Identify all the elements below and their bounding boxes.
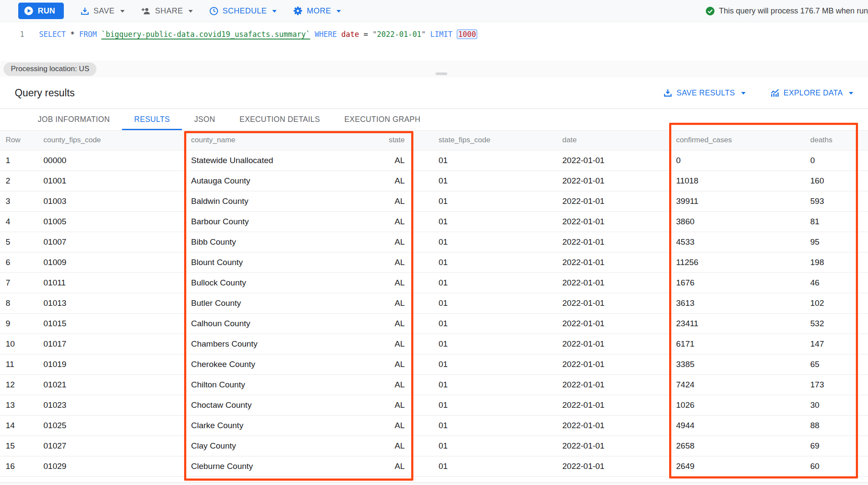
cell-deaths: 95	[805, 232, 868, 252]
cell-county_fips_code: 01009	[38, 252, 184, 272]
cell-confirmed_cases: 2658	[670, 436, 805, 456]
cell-county_name: Clay County	[184, 436, 360, 456]
cell-state: AL	[360, 252, 413, 272]
cell-state_fips_code: 01	[413, 252, 556, 272]
cell-deaths: 88	[805, 415, 868, 436]
chevron-down-icon	[120, 10, 125, 13]
save-button[interactable]: SAVE	[80, 3, 125, 19]
table-row: 301003Baldwin CountyAL012022-01-01399115…	[0, 191, 868, 211]
cell-state: AL	[360, 354, 413, 374]
table-row: 501007Bibb CountyAL012022-01-01453395	[0, 232, 868, 252]
query-toolbar: RUN SAVE SHARE	[0, 0, 868, 22]
schedule-button[interactable]: SCHEDULE	[209, 3, 277, 19]
tab-execution-details[interactable]: EXECUTION DETAILS	[228, 109, 332, 130]
tab-job-information[interactable]: JOB INFORMATION	[26, 109, 122, 130]
cell-state_fips_code: 01	[413, 211, 556, 232]
results-table-wrap: Rowcounty_fips_codecounty_namestatestate…	[0, 131, 868, 483]
chevron-down-icon	[272, 10, 277, 13]
cell-state: AL	[360, 374, 413, 395]
table-row: 1301023Choctaw CountyAL012022-01-0110263…	[0, 395, 868, 415]
table-row: 601009Blount CountyAL012022-01-011125619…	[0, 252, 868, 272]
share-label: SHARE	[155, 7, 183, 16]
cell-date: 2022-01-01	[556, 170, 670, 191]
tab-execution-graph[interactable]: EXECUTION GRAPH	[332, 109, 432, 130]
cell-state: AL	[360, 150, 413, 170]
cell-date: 2022-01-01	[556, 191, 670, 211]
cell-county_name: Bibb County	[184, 232, 360, 252]
cell-deaths: 46	[805, 272, 868, 293]
cell-state_fips_code: 01	[413, 150, 556, 170]
cell-deaths: 81	[805, 211, 868, 232]
column-header-county_fips_code: county_fips_code	[38, 131, 184, 150]
check-circle-icon	[706, 7, 715, 16]
cell-county_fips_code: 01029	[38, 456, 184, 476]
column-header-state: state	[360, 131, 413, 150]
cell-row: 15	[0, 436, 38, 456]
cell-deaths: 532	[805, 313, 868, 334]
share-button[interactable]: SHARE	[141, 3, 193, 19]
cell-row: 14	[0, 415, 38, 436]
chevron-down-icon	[849, 92, 853, 95]
sql-token-op	[310, 30, 314, 39]
cell-date: 2022-01-01	[556, 272, 670, 293]
sql-token-numsel: 1000	[457, 29, 477, 39]
cell-date: 2022-01-01	[556, 374, 670, 395]
chevron-down-icon	[337, 10, 341, 13]
sql-token-quote: "	[373, 30, 377, 39]
cell-deaths: 60	[805, 456, 868, 476]
sql-token-op: *	[66, 30, 79, 39]
cell-state_fips_code: 01	[413, 293, 556, 313]
cell-county_fips_code: 01003	[38, 191, 184, 211]
cell-deaths: 160	[805, 170, 868, 191]
cell-row: 2	[0, 170, 38, 191]
sql-token-op	[97, 30, 101, 39]
cell-county_name: Cherokee County	[184, 354, 360, 374]
cell-row: 5	[0, 232, 38, 252]
cell-state: AL	[360, 191, 413, 211]
cell-date: 2022-01-01	[556, 232, 670, 252]
cell-date: 2022-01-01	[556, 395, 670, 415]
cell-confirmed_cases: 3613	[670, 293, 805, 313]
save-results-button[interactable]: SAVE RESULTS	[663, 88, 745, 98]
cell-date: 2022-01-01	[556, 436, 670, 456]
cell-date: 2022-01-01	[556, 293, 670, 313]
sql-token-kw: WHERE	[315, 30, 337, 39]
cell-confirmed_cases: 1026	[670, 395, 805, 415]
sql-query-line[interactable]: SELECT * FROM `bigquery-public-data.covi…	[39, 22, 477, 61]
cell-confirmed_cases: 2649	[670, 456, 805, 476]
cell-state: AL	[360, 211, 413, 232]
column-header-county_name: county_name	[184, 131, 360, 150]
more-button[interactable]: MORE	[293, 3, 341, 19]
explore-data-button[interactable]: EXPLORE DATA	[770, 88, 853, 98]
tab-json[interactable]: JSON	[182, 109, 227, 130]
cell-date: 2022-01-01	[556, 334, 670, 354]
status-message: This query will process 176.7 MB when ru…	[719, 7, 868, 16]
cell-county_fips_code: 01023	[38, 395, 184, 415]
cell-county_fips_code: 01015	[38, 313, 184, 334]
cell-county_fips_code: 01019	[38, 354, 184, 374]
pane-resize-handle[interactable]	[436, 72, 447, 75]
cell-date: 2022-01-01	[556, 252, 670, 272]
cell-date: 2022-01-01	[556, 354, 670, 374]
cell-confirmed_cases: 3860	[670, 211, 805, 232]
sql-token-kw: LIMIT	[430, 30, 452, 39]
cell-deaths: 102	[805, 293, 868, 313]
cell-state_fips_code: 01	[413, 456, 556, 476]
column-header-deaths: deaths	[805, 131, 868, 150]
cell-state: AL	[360, 232, 413, 252]
tab-results[interactable]: RESULTS	[122, 109, 182, 130]
table-row: 1501027Clay CountyAL012022-01-01265869	[0, 436, 868, 456]
cell-state: AL	[360, 293, 413, 313]
run-button[interactable]: RUN	[18, 3, 64, 19]
cell-county_name: Autauga County	[184, 170, 360, 191]
chevron-down-icon	[741, 92, 746, 95]
cell-deaths: 198	[805, 252, 868, 272]
table-row: 401005Barbour CountyAL012022-01-01386081	[0, 211, 868, 232]
cell-county_name: Butler County	[184, 293, 360, 313]
sql-token-op	[337, 30, 341, 39]
cell-deaths: 69	[805, 436, 868, 456]
cell-row: 4	[0, 211, 38, 232]
table-row: 801013Butler CountyAL012022-01-013613102	[0, 293, 868, 313]
cell-county_name: Baldwin County	[184, 191, 360, 211]
cell-state_fips_code: 01	[413, 334, 556, 354]
